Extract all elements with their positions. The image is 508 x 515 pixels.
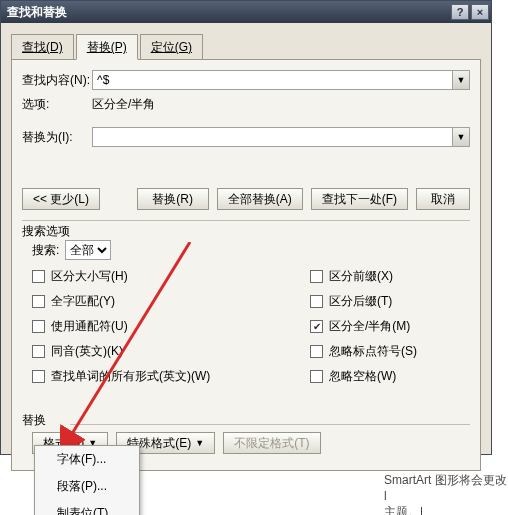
action-buttons: << 更少(L) 替换(R) 全部替换(A) 查找下一处(F) 取消 bbox=[22, 188, 470, 221]
chk-match-case[interactable]: 区分大小写(H) bbox=[32, 268, 310, 285]
close-button[interactable]: × bbox=[471, 4, 489, 20]
find-content-dropdown[interactable]: ▼ bbox=[452, 71, 469, 89]
chk-ignore-punct[interactable]: 忽略标点符号(S) bbox=[310, 343, 460, 360]
chevron-down-icon: ▼ bbox=[195, 438, 204, 448]
checkbox-icon bbox=[32, 345, 45, 358]
tabs: 查找(D) 替换(P) 定位(G) bbox=[1, 23, 491, 59]
background-doc-text: SmartArt 图形将会更改l 主题。 bbox=[384, 472, 508, 515]
checkbox-icon bbox=[310, 270, 323, 283]
menu-item-font[interactable]: 字体(F)... bbox=[35, 446, 139, 473]
chk-match-prefix[interactable]: 区分前缀(X) bbox=[310, 268, 460, 285]
options-value: 区分全/半角 bbox=[92, 96, 155, 113]
replace-with-input[interactable] bbox=[93, 128, 452, 146]
chk-sounds-like[interactable]: 同音(英文)(K) bbox=[32, 343, 310, 360]
chk-all-word-forms[interactable]: 查找单词的所有形式(英文)(W) bbox=[32, 368, 310, 385]
checkbox-icon bbox=[32, 270, 45, 283]
find-content-input[interactable] bbox=[93, 71, 452, 89]
checkbox-icon bbox=[310, 345, 323, 358]
chk-ignore-space[interactable]: 忽略空格(W) bbox=[310, 368, 460, 385]
checkbox-icon bbox=[32, 295, 45, 308]
titlebar: 查找和替换 ? × bbox=[1, 1, 491, 23]
dialog-title: 查找和替换 bbox=[7, 4, 67, 21]
search-scope-select[interactable]: 全部 bbox=[66, 241, 110, 259]
checkbox-icon: ✔ bbox=[310, 320, 323, 333]
replace-all-button[interactable]: 全部替换(A) bbox=[217, 188, 303, 210]
replace-section-label: 替换 bbox=[22, 412, 46, 429]
help-button[interactable]: ? bbox=[451, 4, 469, 20]
replace-button[interactable]: 替换(R) bbox=[137, 188, 209, 210]
find-replace-dialog: 查找和替换 ? × 查找(D) 替换(P) 定位(G) 查找内容(N): ▼ 选… bbox=[0, 0, 492, 455]
format-menu: 字体(F)... 段落(P)... 制表位(T)... bbox=[34, 445, 140, 515]
find-next-button[interactable]: 查找下一处(F) bbox=[311, 188, 408, 210]
search-options-label: 搜索选项 bbox=[22, 223, 70, 240]
chk-wildcards[interactable]: 使用通配符(U) bbox=[32, 318, 310, 335]
cancel-button[interactable]: 取消 bbox=[416, 188, 470, 210]
find-content-combo[interactable]: ▼ bbox=[92, 70, 470, 90]
tab-panel-replace: 查找内容(N): ▼ 选项: 区分全/半角 替换为(I): ▼ << 更少(L)… bbox=[11, 59, 481, 471]
replace-with-dropdown[interactable]: ▼ bbox=[452, 128, 469, 146]
replace-with-combo[interactable]: ▼ bbox=[92, 127, 470, 147]
chk-match-suffix[interactable]: 区分后缀(T) bbox=[310, 293, 460, 310]
tab-replace[interactable]: 替换(P) bbox=[76, 34, 138, 60]
no-format-button[interactable]: 不限定格式(T) bbox=[223, 432, 320, 454]
search-scope-label: 搜索: bbox=[32, 242, 59, 259]
tab-goto[interactable]: 定位(G) bbox=[140, 34, 203, 60]
menu-item-paragraph[interactable]: 段落(P)... bbox=[35, 473, 139, 500]
checkbox-icon bbox=[310, 370, 323, 383]
chk-whole-word[interactable]: 全字匹配(Y) bbox=[32, 293, 310, 310]
less-button[interactable]: << 更少(L) bbox=[22, 188, 100, 210]
checkbox-icon bbox=[32, 320, 45, 333]
checkbox-icon bbox=[310, 295, 323, 308]
options-label: 选项: bbox=[22, 96, 92, 113]
replace-with-label: 替换为(I): bbox=[22, 129, 92, 146]
search-scope-combo[interactable]: 全部 bbox=[65, 240, 111, 260]
tab-find[interactable]: 查找(D) bbox=[11, 34, 74, 60]
find-content-label: 查找内容(N): bbox=[22, 72, 92, 89]
menu-item-tabs[interactable]: 制表位(T)... bbox=[35, 500, 139, 515]
checkbox-icon bbox=[32, 370, 45, 383]
chk-full-half-width[interactable]: ✔区分全/半角(M) bbox=[310, 318, 460, 335]
